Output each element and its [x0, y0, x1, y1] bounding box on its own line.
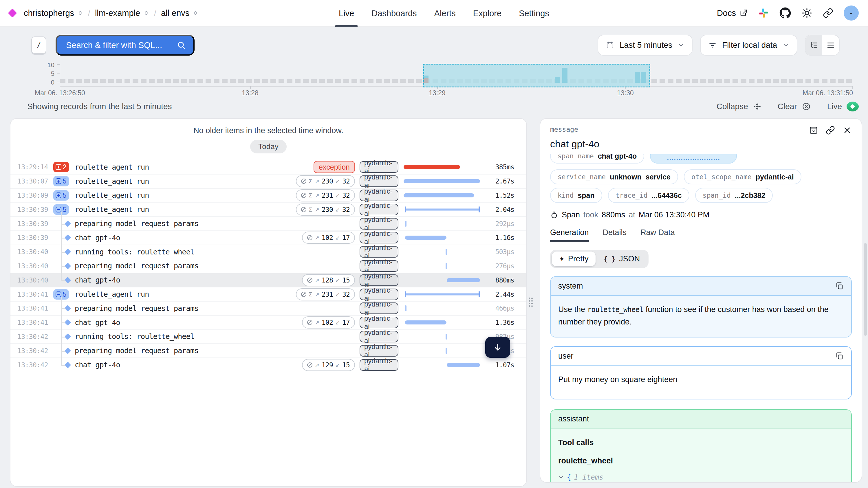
braces-icon: { }: [604, 255, 616, 263]
live-toggle[interactable]: Live: [827, 102, 859, 111]
trace-row[interactable]: 13:30:41 − 5 roulette_agent run Σ: [10, 287, 526, 302]
slash-shortcut-key[interactable]: /: [31, 36, 46, 54]
nav-tab[interactable]: Alerts: [434, 0, 456, 27]
json-tree-root[interactable]: { 1 items: [558, 472, 844, 483]
took-at-word: at: [628, 210, 635, 219]
input-tokens-count: 231: [322, 291, 333, 298]
trace-row[interactable]: 13:29:14 + 2 roulette_agent run exceptio…: [10, 160, 526, 174]
trace-row[interactable]: 13:30:40 preparing model request params …: [10, 259, 526, 273]
row-expander-zone: [53, 273, 75, 287]
detail-tab[interactable]: Raw Data: [641, 228, 675, 242]
close-detail-button[interactable]: [842, 126, 852, 135]
main-nav-tabs: Live Dashboards Alerts Explore Settings: [339, 0, 549, 27]
duration-bar-track: [404, 203, 480, 216]
row-timestamp: 13:30:42: [10, 361, 53, 369]
trace-row[interactable]: 13:30:09 + 5 roulette_agent run Σ: [10, 189, 526, 203]
output-tokens-arrow-icon: ↙: [335, 206, 340, 213]
archive-span-button[interactable]: [809, 126, 818, 135]
expand-count-badge[interactable]: + 5: [53, 190, 69, 201]
search-sql-button[interactable]: Search & filter with SQL...: [56, 35, 194, 56]
span-diamond-icon: [65, 220, 71, 227]
json-view-button[interactable]: { } JSON: [597, 252, 647, 266]
row-expander-zone: − 5: [53, 287, 75, 301]
detail-tabs: Generation Details Raw Data: [550, 228, 852, 242]
trace-row[interactable]: 13:30:40 chat gpt-4o ↗ 128 ↙: [10, 273, 526, 287]
expand-count-badge[interactable]: + 2: [53, 162, 69, 172]
child-count: 2: [63, 163, 66, 171]
nav-tab[interactable]: Dashboards: [371, 0, 416, 27]
timeline-selection-region[interactable]: [423, 64, 650, 88]
nav-tab[interactable]: Live: [339, 0, 354, 27]
nav-tab[interactable]: Explore: [473, 0, 501, 27]
time-range-dropdown[interactable]: Last 5 minutes: [597, 35, 692, 56]
user-avatar[interactable]: -: [844, 5, 859, 21]
slack-icon[interactable]: [758, 7, 769, 19]
row-expander-zone: [53, 231, 75, 245]
breadcrumb-item[interactable]: all envs: [161, 8, 198, 18]
app-root: christophergs / llm-example / all envs: [0, 0, 868, 488]
attribute-tag[interactable]: span_id ...2cb382: [695, 188, 773, 203]
nav-tab[interactable]: Settings: [519, 0, 549, 27]
trace-row[interactable]: 13:30:39 preparing model request params …: [10, 217, 526, 231]
trace-row[interactable]: 13:30:42 chat gpt-4o ↗ 129 ↙: [10, 358, 526, 372]
github-icon[interactable]: [779, 7, 791, 19]
share-link-icon[interactable]: [823, 8, 833, 18]
trace-row[interactable]: 13:30:07 + 5 roulette_agent run Σ: [10, 174, 526, 189]
row-expander-zone: + 5: [53, 174, 75, 188]
duration-value: 2.67s: [480, 177, 526, 185]
scroll-to-bottom-button[interactable]: [485, 337, 510, 358]
tag-key: trace_id: [616, 192, 648, 199]
attribute-tag[interactable]: service_name unknown_service: [550, 169, 678, 184]
tree-view-toggle[interactable]: [805, 35, 822, 55]
copy-message-button[interactable]: [835, 352, 844, 360]
trace-row[interactable]: 13:30:41 chat gpt-4o ↗ 102 ↙: [10, 316, 526, 330]
trace-row[interactable]: 13:30:42 preparing model request params …: [10, 344, 526, 358]
clear-button[interactable]: Clear: [778, 102, 811, 111]
detail-tab[interactable]: Generation: [550, 228, 589, 242]
row-timestamp: 13:30:40: [10, 262, 53, 270]
trace-row[interactable]: 13:30:39 chat gpt-4o ↗ 102 ↙: [10, 231, 526, 245]
sort-updown-icon: [192, 10, 198, 16]
scope-tag: pydantic-ai: [360, 345, 398, 357]
user-message-card: user Put my money on square eighteen: [550, 346, 852, 399]
row-expander-zone: [53, 316, 75, 329]
detail-tab[interactable]: Details: [603, 228, 627, 242]
breadcrumb-item[interactable]: llm-example: [95, 8, 149, 18]
user-message-header: user: [551, 347, 851, 366]
filter-local-data-dropdown[interactable]: Filter local data: [700, 35, 797, 56]
list-view-toggle[interactable]: [822, 35, 839, 55]
trace-row[interactable]: 13:30:42 running tools: roulette_wheel p…: [10, 330, 526, 344]
expand-count-badge[interactable]: + 5: [53, 176, 69, 186]
today-button[interactable]: Today: [250, 140, 286, 153]
attribute-tag[interactable]: kind span: [550, 188, 602, 203]
expand-count-badge[interactable]: − 5: [53, 289, 69, 300]
breadcrumb-item[interactable]: christophergs: [24, 8, 83, 18]
docs-link[interactable]: Docs: [717, 8, 748, 18]
span-name-tag[interactable]: span_name chat gpt-4o: [550, 154, 644, 164]
trace-row[interactable]: 13:30:41 preparing model request params …: [10, 302, 526, 316]
attribute-tag[interactable]: trace_id ...64436c: [608, 188, 689, 203]
panel-scrollbar-thumb[interactable]: [864, 243, 867, 336]
copy-span-link-button[interactable]: [826, 126, 835, 135]
copy-message-button[interactable]: [835, 282, 844, 290]
panel-resize-handle[interactable]: [529, 297, 534, 308]
pretty-view-button[interactable]: ✦ Pretty: [552, 252, 595, 266]
theme-sun-icon[interactable]: [801, 7, 812, 19]
trace-row[interactable]: 13:30:39 − 5 roulette_agent run Σ: [10, 203, 526, 217]
span-kind-label: message: [550, 126, 578, 133]
collapse-button[interactable]: Collapse: [717, 102, 762, 111]
row-timestamp: 13:30:40: [10, 276, 53, 284]
trace-row[interactable]: 13:30:40 running tools: roulette_wheel p…: [10, 245, 526, 259]
span-name: preparing model request params: [75, 219, 274, 228]
clipped-pill[interactable]: [650, 154, 737, 164]
detail-actions: [809, 126, 852, 135]
row-expander-zone: − 5: [53, 203, 75, 216]
row-metrics-zone: ↗ 128 ↙ 15: [274, 274, 355, 286]
expand-count-badge[interactable]: − 5: [53, 204, 69, 215]
span-name: chat gpt-4o: [75, 276, 274, 284]
attribute-tag[interactable]: otel_scope_name pydantic-ai: [684, 169, 801, 184]
span-diamond-icon: [65, 263, 71, 269]
row-timestamp: 13:30:41: [10, 319, 53, 326]
assistant-message-body: Tool calls roulette_wheel { 1 items "squ…: [551, 429, 851, 483]
header-actions: Docs -: [717, 5, 859, 21]
